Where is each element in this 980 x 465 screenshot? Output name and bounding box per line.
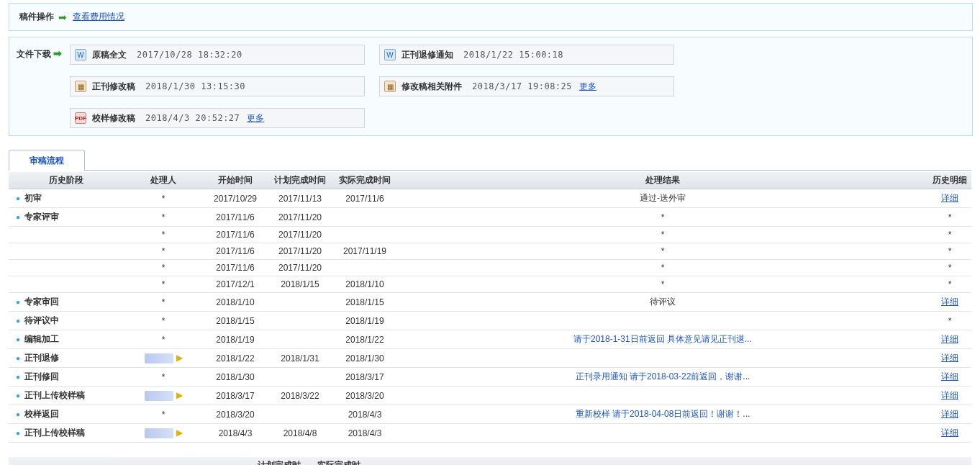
detail-link[interactable]: 详细	[941, 428, 958, 438]
bullet-icon: ●	[16, 194, 20, 202]
bullet-icon: ●	[16, 429, 20, 437]
file-more-link[interactable]: 更多	[579, 81, 596, 93]
table-row: ●校样返回*2018/3/202018/4/3重新校样 请于2018-04-08…	[9, 405, 971, 424]
manuscript-ops-panel: 稿件操作 ➡ 查看费用情况	[9, 3, 973, 31]
actual-cell	[332, 260, 397, 276]
download-label: 文件下载	[17, 49, 51, 59]
actual-cell: 2018/1/15	[332, 293, 397, 312]
actual-cell: 2018/4/3	[332, 424, 397, 443]
play-icon[interactable]: ▶	[176, 353, 183, 363]
th-cur-ops: 操作	[672, 457, 971, 465]
file-item[interactable]: ▦修改稿相关附件2018/3/17 19:08:25更多	[379, 76, 674, 96]
start-cell: 2017/10/29	[203, 189, 268, 208]
result-cell	[397, 424, 928, 443]
detail-cell: *	[928, 227, 971, 243]
handler-cell: *	[124, 330, 203, 349]
file-time: 2018/1/30 13:15:30	[145, 81, 245, 91]
handler-cell: *	[124, 243, 203, 260]
bullet-icon: ●	[16, 317, 20, 325]
detail-cell: 详细	[928, 189, 971, 208]
file-name: 校样修改稿	[92, 112, 135, 125]
bullet-icon: ●	[16, 335, 20, 343]
th-detail: 历史明细	[928, 172, 971, 189]
result-link[interactable]: 正刊录用通知 请于2018-03-22前返回，谢谢...	[576, 371, 750, 382]
play-icon[interactable]: ▶	[176, 390, 183, 400]
start-cell: 2017/12/1	[203, 276, 268, 293]
stage-label: 编辑加工	[24, 334, 59, 344]
detail-cell: 详细	[928, 330, 971, 349]
table-row: ●初审*2017/10/292017/11/132017/11/6通过-送外审详…	[9, 189, 971, 208]
detail-link[interactable]: 详细	[941, 334, 958, 344]
actual-cell: 2018/4/3	[332, 405, 397, 424]
plan-cell: 2018/1/31	[268, 349, 332, 368]
th-cur-plan: 计划完成时间	[250, 457, 309, 465]
stage-label: 专家审回	[24, 297, 59, 307]
plan-cell: 2018/1/15	[268, 276, 332, 293]
table-row: ●专家审回*2018/1/102018/1/15待评议详细	[9, 293, 971, 312]
file-name: 正刊修改稿	[92, 81, 135, 93]
file-item[interactable]: W正刊退修通知2018/1/22 15:00:18	[379, 45, 674, 65]
plan-cell: 2017/11/13	[268, 189, 332, 208]
detail-link[interactable]: 详细	[941, 409, 958, 419]
detail-cell: *	[928, 312, 971, 330]
result-cell: 请于2018-1-31日前返回 具体意见请见正刊退...	[397, 330, 928, 349]
arrow-right-icon: ➡	[53, 48, 62, 59]
file-time: 2017/10/28 18:32:20	[137, 50, 242, 60]
stage-label: 正刊上传校样稿	[24, 428, 85, 438]
detail-cell: 详细	[928, 424, 971, 443]
start-cell: 2017/11/6	[203, 243, 268, 260]
detail-cell: 详细	[928, 293, 971, 312]
stage-label: 校样返回	[24, 409, 59, 419]
detail-link[interactable]: 详细	[941, 371, 958, 382]
plan-cell: 2017/11/20	[268, 243, 332, 260]
tab-review-process[interactable]: 审稿流程	[9, 150, 85, 171]
handler-cell: ▶	[124, 424, 203, 443]
play-icon[interactable]: ▶	[176, 428, 183, 438]
bullet-icon: ●	[16, 213, 20, 221]
history-table: 历史阶段 处理人 开始时间 计划完成时间 实际完成时间 处理结果 历史明细 ●初…	[9, 172, 971, 443]
result-cell: 待评议	[397, 293, 928, 312]
plan-cell: 2018/3/22	[268, 387, 332, 405]
file-time: 2018/1/22 15:00:18	[463, 50, 563, 60]
handler-cell: *	[124, 312, 203, 330]
file-item[interactable]: W原稿全文2017/10/28 18:32:20	[70, 45, 365, 65]
plan-cell	[268, 312, 332, 330]
handler-redacted	[145, 353, 173, 364]
file-more-link[interactable]: 更多	[247, 112, 264, 125]
handler-cell: *	[124, 208, 203, 227]
table-row: *2017/11/62017/11/20**	[9, 260, 971, 276]
detail-link[interactable]: 详细	[941, 297, 958, 307]
detail-cell: *	[928, 208, 971, 227]
file-name: 正刊退修通知	[401, 49, 453, 61]
detail-cell: *	[928, 276, 971, 293]
file-item[interactable]: PDF校样修改稿2018/4/3 20:52:27更多	[70, 108, 365, 128]
bullet-icon: ●	[16, 298, 20, 306]
plan-cell	[268, 368, 332, 387]
table-row: ●正刊修回*2018/1/302018/3/17正刊录用通知 请于2018-03…	[9, 368, 971, 387]
plan-cell: 2017/11/20	[268, 208, 332, 227]
detail-link[interactable]: 详细	[941, 390, 958, 400]
actual-cell	[332, 227, 397, 243]
ops-label: 稿件操作	[19, 11, 54, 23]
detail-link[interactable]: 详细	[941, 193, 958, 203]
plan-cell	[268, 405, 332, 424]
result-link[interactable]: 请于2018-1-31日前返回 具体意见请见正刊退...	[573, 334, 752, 344]
word-file-icon: W	[384, 49, 396, 60]
stage-label: 初审	[24, 193, 42, 203]
start-cell: 2017/11/6	[203, 227, 268, 243]
detail-link[interactable]: 详细	[941, 353, 958, 363]
actual-cell: 2018/1/10	[332, 276, 397, 293]
result-link[interactable]: 重新校样 请于2018-04-08日前返回！谢谢！...	[576, 409, 750, 419]
bullet-icon: ●	[16, 354, 20, 362]
table-row: *2017/11/62017/11/202017/11/19**	[9, 243, 971, 260]
fee-link[interactable]: 查看费用情况	[73, 11, 124, 23]
bullet-icon: ●	[16, 410, 20, 418]
file-time: 2018/3/17 19:08:25	[472, 81, 572, 91]
arrow-right-icon: ➡	[58, 12, 67, 23]
file-item[interactable]: ▦正刊修改稿2018/1/30 13:15:30	[70, 76, 365, 96]
download-column-right: W正刊退修通知2018/1/22 15:00:18▦修改稿相关附件2018/3/…	[379, 45, 674, 128]
result-cell: *	[397, 243, 928, 260]
actual-cell: 2018/3/20	[332, 387, 397, 405]
handler-cell: *	[124, 293, 203, 312]
actual-cell	[332, 208, 397, 227]
